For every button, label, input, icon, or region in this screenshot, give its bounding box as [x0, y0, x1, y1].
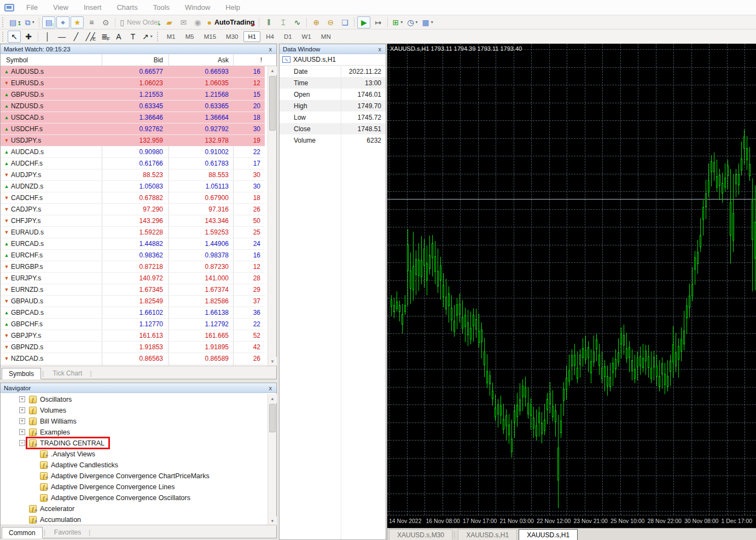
navigator-item-accumulation[interactable]: f◆Accumulation: [1, 514, 263, 525]
market-watch-row[interactable]: ▼EURGBP.s0.872180.8723012: [1, 261, 265, 273]
navigator-item--analyst-views[interactable]: f◆.Analyst Views: [1, 449, 263, 460]
crosshair-button[interactable]: ✚: [22, 31, 35, 43]
market-watch-tab-symbols[interactable]: Symbols: [2, 368, 41, 379]
close-icon[interactable]: x: [268, 385, 274, 391]
market-watch-row[interactable]: ▼CADJPY.s97.29097.31626: [1, 204, 265, 215]
market-watch-row[interactable]: ▼GBPJPY.s161.613161.66552: [1, 330, 265, 342]
navigator-item-volumes[interactable]: +fVolumes: [1, 405, 263, 416]
data-window-toggle[interactable]: ⌖: [56, 16, 69, 28]
text-label-button[interactable]: T: [126, 31, 139, 43]
menu-window[interactable]: Window: [177, 3, 218, 11]
horizontal-line-button[interactable]: —: [55, 31, 68, 43]
arrows-button[interactable]: ↗▾: [141, 31, 154, 43]
strategy-tester-button[interactable]: ⊙: [99, 16, 112, 28]
close-icon[interactable]: x: [268, 46, 274, 52]
column-header-symbol[interactable]: Symbol: [6, 54, 99, 66]
column-header-spread[interactable]: !: [233, 54, 262, 66]
market-watch-scrollbar[interactable]: ▲ ▼: [267, 66, 276, 366]
market-watch-row[interactable]: ▼CADCHF.s0.678820.6790018: [1, 192, 265, 204]
scroll-down-icon[interactable]: ▼: [268, 516, 277, 525]
chevron-down-icon[interactable]: ▾: [32, 20, 34, 25]
market-watch-row[interactable]: ▲USDCAD.s1.366461.3666418: [1, 112, 265, 124]
menu-help[interactable]: Help: [218, 3, 248, 11]
navigator-item-adaptive-candlesticks[interactable]: f◆Adaptive Candlesticks: [1, 460, 263, 471]
expand-plus-icon[interactable]: +: [19, 429, 25, 435]
autotrading-button[interactable]: ●●AutoTrading: [205, 16, 256, 28]
navigator-tab-common[interactable]: Common: [2, 527, 43, 538]
market-watch-row[interactable]: ▲EURCHF.s0.983620.9837816: [1, 250, 265, 261]
market-watch-row[interactable]: ▼GBPNZD.s1.918531.9189542: [1, 342, 265, 353]
market-watch-row[interactable]: ▼EURNZD.s1.673451.6737429: [1, 284, 265, 296]
close-icon[interactable]: x: [377, 46, 383, 52]
market-watch-row[interactable]: ▲NZDUSD.s0.633450.6336520: [1, 101, 265, 112]
market-watch-row[interactable]: ▼CHFJPY.s143.296143.34650: [1, 215, 265, 227]
scroll-up-icon[interactable]: ▲: [268, 66, 277, 75]
toolbar-grip[interactable]: [2, 32, 5, 42]
scrollbar-thumb[interactable]: [269, 404, 276, 432]
market-watch-row[interactable]: ▲GBPUSD.s1.215531.2156815: [1, 89, 265, 101]
market-watch-row[interactable]: ▼EURJPY.s140.972141.00028: [1, 273, 265, 284]
navigator-item-oscillators[interactable]: +fOscillators: [1, 394, 263, 405]
market-watch-toggle[interactable]: ▤↕: [42, 16, 55, 28]
timeframe-m30-button[interactable]: M30: [222, 31, 242, 42]
market-watch-row[interactable]: ▲GBPCHF.s1.127701.1279222: [1, 319, 265, 330]
line-chart-button[interactable]: ∿: [290, 16, 304, 28]
timeframe-m15-button[interactable]: M15: [200, 31, 220, 42]
scrollbar-thumb[interactable]: [269, 76, 276, 131]
tile-windows-button[interactable]: ❏: [338, 16, 351, 28]
text-button[interactable]: A: [112, 31, 125, 43]
market-watch-row[interactable]: ▲AUDNZD.s1.050831.0511330: [1, 181, 265, 192]
templates-button[interactable]: ▦▾: [420, 16, 434, 28]
bar-chart-button[interactable]: ‖: [262, 16, 275, 28]
navigator-item-adaptive-divergence-convergence-chartpricemarks[interactable]: f◆Adaptive Divergence Convergence ChartP…: [1, 471, 263, 482]
market-watch-row[interactable]: ▼EURUSD.s1.060231.0603512: [1, 78, 265, 89]
timeframe-h4-button[interactable]: H4: [261, 31, 278, 42]
navigator-item-examples[interactable]: +f◆Examples: [1, 427, 263, 438]
candlestick-button[interactable]: ⌶: [276, 16, 289, 28]
market-watch-row[interactable]: ▼EURAUD.s1.592281.5925325: [1, 227, 265, 238]
chevron-down-icon[interactable]: ▾: [400, 20, 403, 25]
timeframe-d1-button[interactable]: D1: [280, 31, 296, 42]
indicators-button[interactable]: ⊞▾: [391, 16, 404, 28]
chart-tab-2[interactable]: XAUUSD.s,H1: [519, 529, 578, 540]
zoom-in-button[interactable]: ⊕: [310, 16, 323, 28]
chart-shift-button[interactable]: ↦: [371, 16, 385, 28]
gold-ingot-icon-button[interactable]: ▰: [162, 16, 176, 28]
cursor-button[interactable]: ↖: [8, 31, 21, 43]
timeframe-mn-button[interactable]: MN: [317, 31, 335, 42]
expand-plus-icon[interactable]: +: [19, 418, 25, 424]
toolbar-grip[interactable]: [2, 17, 5, 27]
navigator-scrollbar[interactable]: ▲ ▼: [267, 394, 276, 525]
market-watch-row[interactable]: ▲AUDCAD.s0.909800.9100222: [1, 146, 265, 158]
timeframe-m5-button[interactable]: M5: [181, 31, 199, 42]
menu-view[interactable]: View: [45, 3, 76, 11]
new-chart-button[interactable]: ▤+▾: [8, 16, 22, 28]
zoom-out-button[interactable]: ⊖: [324, 16, 337, 28]
column-header-ask[interactable]: Ask: [168, 54, 229, 66]
scroll-down-icon[interactable]: ▼: [268, 357, 277, 366]
chevron-down-icon[interactable]: ▾: [415, 20, 417, 25]
chart-tab-0[interactable]: XAUUSD.s,M30: [389, 529, 452, 540]
toolbar-grip[interactable]: [157, 32, 160, 42]
market-watch-row[interactable]: ▲EURCAD.s1.448821.4490624: [1, 238, 265, 250]
signal-button[interactable]: ◉: [191, 16, 204, 28]
timeframe-w1-button[interactable]: W1: [298, 31, 316, 42]
profiles-button[interactable]: ⧉▾: [23, 16, 36, 28]
expand-plus-icon[interactable]: +: [19, 396, 25, 402]
market-watch-row[interactable]: ▲USDCHF.s0.927620.9279230: [1, 124, 265, 135]
navigator-toggle[interactable]: ★: [71, 16, 84, 28]
column-header-bid[interactable]: Bid: [102, 54, 163, 66]
timeframe-m1-button[interactable]: M1: [162, 31, 180, 42]
chevron-down-icon[interactable]: ▾: [431, 20, 433, 25]
menu-charts[interactable]: Charts: [109, 3, 145, 11]
navigator-item-bill-williams[interactable]: +fBill Williams: [1, 416, 263, 427]
navigator-item-adaptive-divergence-convergence-lines[interactable]: f◆Adaptive Divergence Convergence Lines: [1, 482, 263, 492]
market-watch-row[interactable]: ▼GBPAUD.s1.825491.8258637: [1, 296, 265, 307]
terminal-toggle[interactable]: ≡: [85, 16, 98, 28]
market-watch-row[interactable]: ▲GBPCAD.s1.661021.6613836: [1, 307, 265, 319]
market-watch-row[interactable]: ▼NZDCAD.s0.865630.8658926: [1, 353, 265, 365]
navigator-item-adaptive-divergence-convergence-oscillators[interactable]: f◆Adaptive Divergence Convergence Oscill…: [1, 492, 263, 503]
mail-button[interactable]: ✉: [177, 16, 190, 28]
channel-button[interactable]: ╱╱E: [84, 31, 97, 43]
chevron-down-icon[interactable]: ▾: [150, 34, 153, 39]
